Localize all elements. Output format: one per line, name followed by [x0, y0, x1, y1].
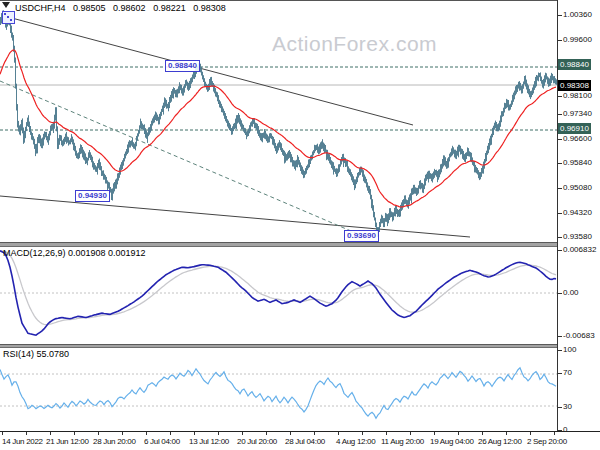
rsi-panel[interactable]: RSI(14) 55.0780: [0, 348, 557, 431]
time-axis-label: 20 Jul 20:00: [237, 437, 277, 446]
time-axis-tick: [170, 432, 171, 435]
symbol-label: USDCHF,H4: [15, 3, 66, 13]
price-open: 0.98505: [73, 3, 106, 13]
time-axis-label: 6 Jul 04:00: [144, 437, 180, 446]
rsi-axis-label: 70: [563, 368, 572, 378]
chart-shift-icon: [2, 2, 10, 8]
time-axis-tick: [314, 432, 315, 435]
time-axis-tick: [266, 432, 267, 435]
time-axis-tick: [386, 432, 387, 435]
price-level-tag: 0.98840: [558, 59, 591, 70]
time-axis-label: 19 Aug 04:00: [430, 437, 474, 446]
axis-divider: [557, 0, 558, 431]
time-axis-tick: [362, 432, 363, 435]
time-axis-tick: [410, 432, 411, 435]
time-axis-tick: [26, 432, 27, 435]
time-axis-label: 21 Jun 12:00: [46, 437, 89, 446]
current-price-tag: 0.98308: [558, 80, 591, 91]
time-axis-tick: [122, 432, 123, 435]
time-axis-tick: [434, 432, 435, 435]
price-axis-label: 0.98100: [563, 91, 592, 101]
time-axis-label: 26 Aug 12:00: [478, 437, 522, 446]
price-axis-label: 0.95080: [563, 183, 592, 193]
object-anchor-icon[interactable]: [2, 11, 15, 24]
price-high: 0.98602: [113, 3, 146, 13]
time-axis-tick: [50, 432, 51, 435]
macd-canvas[interactable]: [0, 247, 557, 345]
time-axis-tick: [242, 432, 243, 435]
time-axis-tick: [74, 432, 75, 435]
symbol-info: USDCHF,H4 0.98505 0.98602 0.98221 0.9830…: [15, 3, 231, 13]
price-axis[interactable]: 1.003600.996000.988400.983080.981000.973…: [558, 0, 600, 431]
price-level-tag: 0.96910: [558, 123, 591, 134]
price-axis-label: 0.93580: [563, 232, 592, 242]
time-axis-tick: [146, 432, 147, 435]
price-axis-label: 0.97340: [563, 109, 592, 119]
time-axis[interactable]: 14 Jun 202221 Jun 12:0028 Jun 20:006 Jul…: [0, 431, 600, 450]
price-chart-canvas[interactable]: [0, 1, 557, 244]
price-axis-label: 1.00360: [563, 10, 592, 20]
time-axis-label: 11 Aug 20:00: [381, 437, 424, 446]
chart-window: ActionForex.com USDCHF,H4 0.98505 0.9860…: [0, 0, 600, 450]
time-axis-label: 13 Jul 12:00: [189, 437, 229, 446]
time-axis-tick: [458, 432, 459, 435]
time-axis-tick: [554, 432, 555, 435]
macd-label: MACD(12,26,9) 0.001908 0.001912: [3, 248, 146, 258]
chart-object-price-tag[interactable]: 0.93690: [344, 230, 379, 242]
time-axis-label: 28 Jun 20:00: [93, 437, 136, 446]
time-axis-tick: [98, 432, 99, 435]
price-axis-label: 0.96600: [563, 134, 592, 144]
price-close: 0.98308: [193, 3, 226, 13]
macd-panel[interactable]: MACD(12,26,9) 0.001908 0.001912: [0, 247, 557, 345]
macd-axis-label: -0.00683: [563, 331, 595, 341]
time-axis-label: 28 Jul 04:00: [285, 437, 325, 446]
time-axis-tick: [2, 432, 3, 435]
time-axis-label: 2 Sep 20:00: [527, 437, 567, 446]
rsi-axis-label: 100: [563, 345, 576, 355]
time-axis-tick: [506, 432, 507, 435]
macd-axis-label: 0.00: [563, 288, 579, 298]
time-axis-label: 4 Aug 12:00: [336, 437, 375, 446]
chart-object-price-tag[interactable]: 0.98840: [165, 60, 200, 72]
rsi-label: RSI(14) 55.0780: [3, 349, 69, 359]
time-axis-tick: [338, 432, 339, 435]
macd-axis-label: 0.006832: [563, 245, 596, 255]
time-axis-tick: [218, 432, 219, 435]
time-axis-tick: [194, 432, 195, 435]
time-axis-tick: [530, 432, 531, 435]
chart-object-price-tag[interactable]: 0.94930: [75, 190, 110, 202]
price-axis-label: 0.95840: [563, 158, 592, 168]
price-axis-label: 0.99600: [563, 35, 592, 45]
main-price-chart[interactable]: ActionForex.com USDCHF,H4 0.98505 0.9860…: [0, 0, 557, 243]
time-axis-label: 14 Jun 2022: [2, 437, 43, 446]
time-axis-tick: [290, 432, 291, 435]
price-axis-label: 0.94320: [563, 208, 592, 218]
rsi-axis-label: 30: [563, 402, 572, 412]
time-axis-tick: [482, 432, 483, 435]
price-low: 0.98221: [153, 3, 186, 13]
rsi-canvas[interactable]: [0, 348, 557, 431]
